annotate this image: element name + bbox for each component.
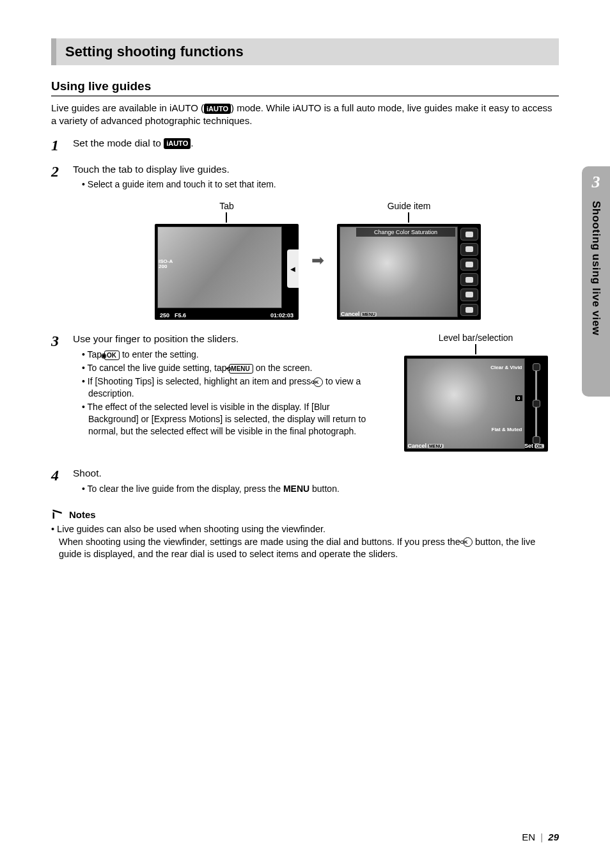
page-number: 29 [548, 832, 559, 842]
step-3: 3 Use your finger to position the slider… [51, 333, 379, 438]
iauto-chip: iAUTO [164, 138, 191, 149]
notes-icon [51, 508, 64, 521]
menu-icon: MENU [361, 312, 377, 317]
guide-option[interactable] [460, 288, 478, 301]
level-slider[interactable] [528, 363, 545, 444]
guide-option[interactable] [460, 243, 478, 256]
notes-heading: Notes [51, 508, 559, 521]
step-2: 2 Touch the tab to display live guides. … [51, 163, 559, 193]
ok-icon: OK [313, 377, 323, 387]
chapter-tab: 3 Shooting using live view [582, 166, 610, 397]
lcd-preview-2: Change Color Saturation CancelMENU [337, 224, 481, 320]
chapter-title: Shooting using live view [590, 201, 602, 335]
level-bar-callout: Level bar/selection [439, 333, 513, 343]
step-1: 1 Set the mode dial to iAUTO. [51, 137, 559, 154]
ok-icon: OK [535, 444, 544, 448]
guide-item-callout: Guide item [387, 201, 431, 211]
step-4: 4 Shoot. To clear the live guide from th… [51, 467, 559, 496]
figure-row: Tab ISO-A200 250 F5.6 01:02:03 ➡ Guide i… [77, 201, 559, 320]
chapter-number: 3 [592, 173, 600, 192]
section-heading: Setting shooting functions [51, 38, 559, 65]
step-number: 2 [51, 163, 73, 193]
lang-code: EN [522, 832, 535, 842]
menu-button-inline: ⟲MENU [229, 364, 253, 374]
guide-option[interactable] [460, 228, 478, 241]
page-footer: EN | 29 [522, 832, 559, 842]
guide-option[interactable] [460, 304, 478, 317]
lcd-preview-1: ISO-A200 250 F5.6 01:02:03 [155, 224, 299, 320]
step-number: 3 [51, 333, 73, 438]
menu-icon: MENU [428, 444, 444, 448]
menu-label: MENU [283, 484, 309, 494]
intro-text: Live guides are available in iAUTO (iAUT… [51, 102, 559, 128]
tab-callout: Tab [219, 201, 234, 211]
section-title: Setting shooting functions [65, 43, 244, 59]
iauto-chip: iAUTO [204, 104, 231, 114]
lcd-preview-3: Clear & Vivid 0 Flat & Muted CancelMENU … [404, 356, 548, 452]
ok-button-inline: ◉OK [104, 351, 120, 361]
guide-title: Change Color Saturation [356, 228, 455, 237]
guide-option[interactable] [460, 258, 478, 271]
live-guide-tab[interactable] [287, 249, 299, 288]
ok-icon: OK [463, 537, 473, 547]
notes-text: Live guides can also be used when shooti… [51, 523, 559, 561]
step-number: 4 [51, 467, 73, 496]
subheading: Using live guides [51, 79, 559, 97]
step-number: 1 [51, 137, 73, 154]
arrow-icon: ➡ [311, 251, 324, 269]
guide-option[interactable] [460, 273, 478, 286]
